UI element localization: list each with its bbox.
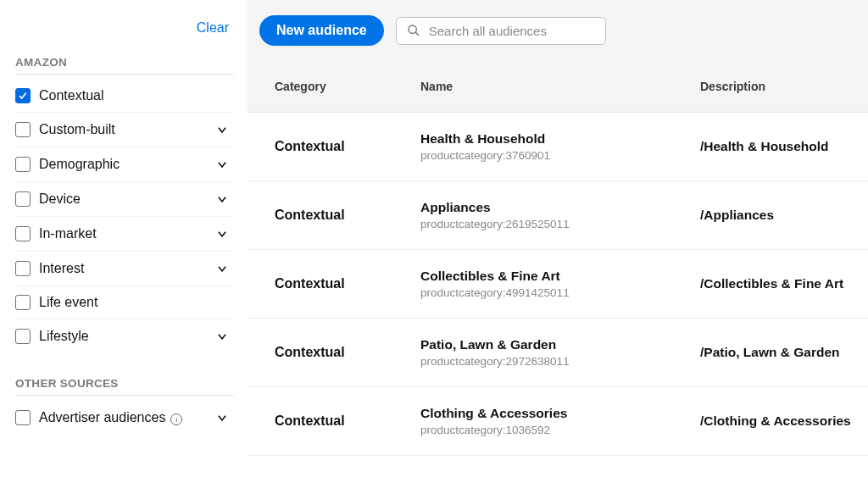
checkbox[interactable] [15, 295, 31, 310]
cell-category: Contextual [275, 345, 420, 360]
column-header-category[interactable]: Category [275, 80, 420, 93]
clear-filters-link[interactable]: Clear [197, 20, 229, 36]
filter-label: Advertiser audiencesi [39, 410, 214, 425]
other-filter-row[interactable]: Advertiser audiencesi [15, 401, 234, 435]
audience-name: Patio, Lawn & Garden [420, 337, 700, 352]
clear-row: Clear [15, 8, 234, 49]
cell-description: /Appliances [700, 208, 853, 223]
checkbox[interactable] [15, 410, 31, 425]
table-body: ContextualHealth & Householdproductcateg… [248, 113, 868, 488]
table-row[interactable]: ContextualPatio, Lawn & Gardenproductcat… [248, 319, 868, 387]
amazon-filter-list: ContextualCustom-builtDemographicDeviceI… [15, 80, 234, 353]
audience-name: Clothing & Accessories [420, 406, 700, 421]
chevron-down-icon[interactable] [214, 191, 231, 208]
checkbox[interactable] [15, 122, 31, 137]
audience-sublabel: productcategory:2972638011 [420, 355, 700, 368]
filter-label: Interest [39, 261, 214, 276]
column-header-description[interactable]: Description [700, 80, 853, 93]
amazon-filter-row[interactable]: Lifestyle [15, 319, 234, 353]
checkbox[interactable] [15, 88, 31, 103]
table-row[interactable]: ContextualCollectibles & Fine Artproduct… [248, 250, 868, 319]
checkbox[interactable] [15, 261, 31, 276]
chevron-down-icon[interactable] [214, 409, 231, 426]
cell-category: Contextual [275, 276, 420, 291]
info-icon[interactable]: i [170, 413, 182, 425]
audience-sublabel: productcategory:3760901 [420, 149, 700, 162]
svg-line-1 [415, 32, 419, 36]
cell-name: Appliancesproductcategory:2619525011 [420, 200, 700, 230]
table-row[interactable]: ContextualClothing & Accessoriesproductc… [248, 387, 868, 456]
filter-label: Lifestyle [39, 329, 214, 344]
cell-name: Clothing & Accessoriesproductcategory:10… [420, 406, 700, 436]
section-heading-amazon: AMAZON [15, 49, 234, 75]
cell-description: /Health & Household [700, 139, 853, 154]
amazon-filter-row[interactable]: Interest [15, 252, 234, 286]
filter-label: Custom-built [39, 122, 214, 137]
cell-description: /Clothing & Accessories [700, 413, 853, 429]
cell-name: Patio, Lawn & Gardenproductcategory:2972… [420, 337, 700, 368]
table-header-row: Category Name Description [248, 61, 868, 113]
amazon-filter-row[interactable]: In-market [15, 217, 234, 252]
cell-description: /Patio, Lawn & Garden [700, 345, 853, 360]
cell-name: Collectibles & Fine Artproductcategory:4… [420, 269, 700, 299]
checkbox[interactable] [15, 226, 31, 241]
amazon-filter-row[interactable]: Demographic [15, 147, 234, 182]
audience-name: Collectibles & Fine Art [420, 269, 700, 284]
cell-category: Contextual [275, 208, 420, 223]
cell-description: /Collectibles & Fine Art [700, 276, 853, 291]
toolbar: New audience [248, 0, 868, 61]
cell-name: Health & Householdproductcategory:376090… [420, 131, 700, 162]
chevron-down-icon[interactable] [214, 121, 231, 138]
cell-category: Contextual [275, 139, 420, 154]
amazon-filter-row[interactable]: Custom-built [15, 113, 234, 147]
checkbox[interactable] [15, 157, 31, 172]
table-row[interactable]: ContextualHealth & Householdproductcateg… [248, 113, 868, 181]
main-panel: New audience Category Name Description C… [248, 0, 868, 488]
search-field-wrap[interactable] [396, 17, 606, 45]
filter-label: Life event [39, 295, 231, 310]
chevron-down-icon[interactable] [214, 260, 231, 277]
audience-name: Health & Household [420, 131, 700, 147]
amazon-filter-row[interactable]: Contextual [15, 80, 234, 113]
checkbox[interactable] [15, 329, 31, 344]
search-icon [407, 24, 420, 37]
filter-label: Contextual [39, 88, 231, 103]
svg-point-0 [409, 25, 416, 33]
section-heading-other: OTHER SOURCES [15, 370, 234, 396]
audience-sublabel: productcategory:2619525011 [420, 218, 700, 230]
amazon-filter-row[interactable]: Device [15, 182, 234, 217]
new-audience-button[interactable]: New audience [259, 15, 384, 46]
search-input[interactable] [429, 24, 595, 38]
chevron-down-icon[interactable] [214, 328, 231, 345]
checkbox[interactable] [15, 191, 31, 207]
filter-label: Device [39, 191, 214, 207]
audience-sublabel: productcategory:1036592 [420, 424, 700, 436]
chevron-down-icon[interactable] [214, 225, 231, 242]
filter-label: Demographic [39, 157, 214, 172]
audience-name: Appliances [420, 200, 700, 215]
filter-sidebar: Clear AMAZON ContextualCustom-builtDemog… [0, 0, 248, 488]
filter-label: In-market [39, 226, 214, 241]
table-row[interactable]: ContextualAppliancesproductcategory:2619… [248, 181, 868, 250]
other-filter-list: Advertiser audiencesi [15, 401, 234, 435]
cell-category: Contextual [275, 413, 420, 429]
amazon-filter-row[interactable]: Life event [15, 286, 234, 319]
chevron-down-icon[interactable] [214, 156, 231, 173]
audience-sublabel: productcategory:4991425011 [420, 286, 700, 299]
column-header-name[interactable]: Name [420, 80, 700, 93]
